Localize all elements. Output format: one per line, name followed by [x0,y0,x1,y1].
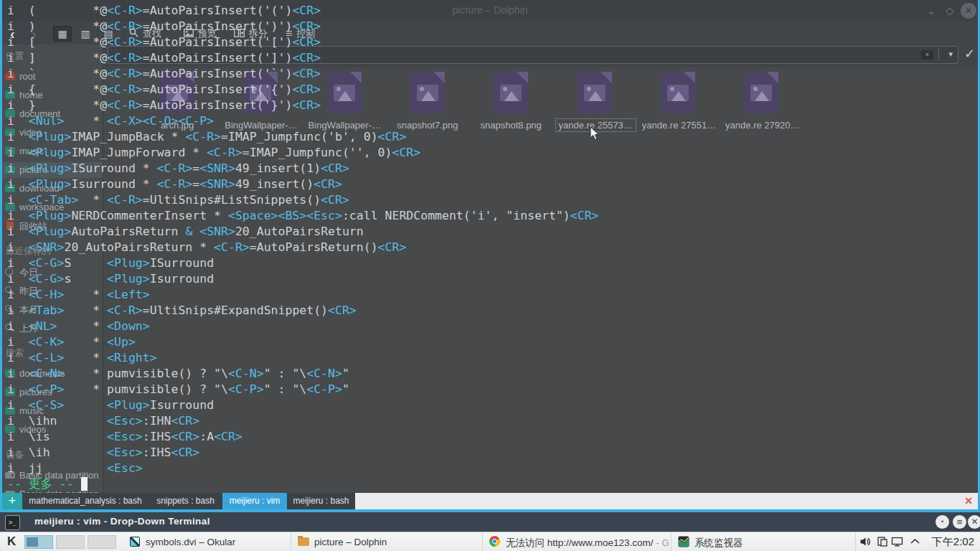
pager-window-thumb [27,537,38,547]
image-file-icon [744,72,778,113]
terminal-tab-4[interactable]: meijieru : bash [287,493,355,509]
terminal-line: i <C-H> * <Left> [7,287,599,303]
vim-map-listing: i ( *@<C-R>=AutoPairsInsert('(')<CR>i ) … [7,3,599,492]
pager-desktop-1[interactable] [24,535,53,549]
terminal-app-icon: >_ [5,515,20,530]
file-name: yande.re 27920… [722,118,803,132]
dolphin-maximize-icon[interactable]: ◇ [946,4,954,17]
terminal-tab-2[interactable]: snippets : bash [149,493,222,509]
pager-desktop-2[interactable] [56,535,85,549]
system-monitor-icon [678,536,689,547]
terminal-line: i <C-G>s <Plug>Isurround [7,271,599,287]
clipboard-icon[interactable] [877,536,888,550]
terminal-line: i <C-L> * <Right> [7,350,599,366]
terminal-line: i <Nul> * <C-X><C-O><C-P> [7,113,599,129]
terminal-line: i <Tab> * <C-R>=UltiSnips#ExpandSnippet(… [7,303,599,319]
location-accept-button[interactable]: ✓ [964,46,975,62]
terminal-line: i <Plug>Isurround * <C-R>=<SNR>49_insert… [7,176,599,192]
file-item[interactable]: yande.re 27920… [722,72,801,132]
terminal-line: i <C-S> <Plug>Isurround [7,397,599,413]
terminal-line: i <C-G>S <Plug>ISurround [7,255,599,271]
volume-icon[interactable] [859,536,871,550]
task-button-label: 系统监视器 [694,537,743,550]
task-button-label: symbols.dvi – Okular [146,537,235,547]
terminal-line: i \ihn <Esc>:IHN<CR> [7,413,599,429]
close-button[interactable]: ✕ [968,515,980,529]
mouse-cursor [590,126,600,143]
task-button-2[interactable]: picture – Dolphin [291,533,483,551]
terminal-line: i ) *@<C-R>=AutoPairsInsert(')')<CR> [7,19,599,34]
terminal-line: i ( *@<C-R>=AutoPairsInsert('(')<CR> [7,3,599,19]
terminal-line: i <C-N> * pumvisible() ? "\<C-N>" : "\<C… [7,366,599,382]
pager-desktop-3[interactable] [88,535,116,549]
terminal-tab-3[interactable]: meijieru : vim [222,493,287,509]
task-button-3[interactable]: 无法访问 http://www.moe123.com/ - G [482,533,672,551]
desktop: picture – Dolphin ⌄ ◇ ✕ ‹ › ▦ ▥ ▤ 查找 预览 … [0,0,980,551]
okular-icon [129,536,141,547]
dolphin-close-icon[interactable]: ✕ [961,3,976,19]
terminal-line: i <SNR>20_AutoPairsReturn * <C-R>=AutoPa… [7,240,599,255]
dolphin-minimize-icon[interactable]: ⌄ [927,4,936,17]
terminal-line: i jj <Esc> [7,461,599,476]
terminal-line: -- 更多 -- [7,476,599,492]
location-bar-divider [938,49,939,61]
menu-button[interactable]: ≡ [953,515,966,529]
terminal-cursor [81,477,88,491]
terminal-line: i <NL> * <Down> [7,319,599,334]
chrome-icon [489,536,501,547]
display-icon[interactable] [891,536,903,550]
task-button-label: 无法访问 http://www.moe123.com/ - G [506,537,669,550]
terminal-title: meijieru : vim - Drop-Down Terminal [34,516,210,527]
terminal-line: i { *@<C-R>=AutoPairsInsert('{')<CR> [7,82,599,98]
terminal-line: i <Plug>IMAP_JumpForward * <C-R>=IMAP_Ju… [7,145,599,161]
keep-open-button[interactable]: • [936,515,949,529]
terminal-line: i <Plug>ISurround * <C-R>=<SNR>49_insert… [7,161,599,176]
folder-icon [298,536,309,547]
terminal-tab-1[interactable]: mathematical_analysis : bash [22,493,149,509]
tabbar-empty-area [355,493,959,509]
file-item[interactable]: yande.re 27551… [639,72,717,132]
close-session-icon[interactable]: ✕ [959,493,978,509]
task-button-label: picture – Dolphin [314,537,387,547]
terminal-line: i } *@<C-R>=AutoPairsInsert('}')<CR> [7,98,599,113]
terminal-line: i \is <Esc>:IHS<CR>:A<CR> [7,429,599,445]
terminal-line: i <C-K> * <Up> [7,334,599,350]
terminal-line: i <C-Tab> * <C-R>=UltiSnips#ListSnippets… [7,192,599,208]
terminal-line: i ] *@<C-R>=AutoPairsInsert(']')<CR> [7,50,599,66]
terminal-titlebar: >_ meijieru : vim - Drop-Down Terminal •… [0,512,980,532]
chevron-down-icon[interactable]: ▾ [948,50,953,59]
task-button-label-suffix: - G [654,537,670,548]
app-launcher-button[interactable]: K [7,534,16,549]
file-name: yande.re 27551… [639,118,720,132]
terminal-line: i <Plug>IMAP_JumpBack * <C-R>=IMAP_Jumpf… [7,129,599,145]
terminal-tabbar: + mathematical_analysis : bashsnippets :… [2,493,978,509]
new-tab-button[interactable]: + [2,493,22,509]
taskbar: K symbols.dvi – Okularpicture – Dolphin无… [0,532,980,551]
terminal-line: i ` *@<C-R>=AutoPairsInsert('`')<CR> [7,66,599,82]
task-button-1[interactable]: symbols.dvi – Okular [122,533,291,551]
terminal-line: i \ih <Esc>:IHS<CR> [7,445,599,461]
clear-text-icon[interactable]: × [921,50,933,60]
terminal-line: i <Plug>AutoPairsReturn & <SNR>20_AutoPa… [7,224,599,240]
task-button-4[interactable]: 系统监视器 [671,533,856,551]
terminal-left-border [0,0,2,512]
image-file-icon [661,72,695,113]
terminal-line: i [ *@<C-R>=AutoPairsInsert('[')<CR> [7,34,599,50]
clock[interactable]: 下午2:02 [932,535,974,549]
terminal-line: i <C-P> * pumvisible() ? "\<C-P>" : "\<C… [7,382,599,397]
expand-tray-icon[interactable] [910,536,920,550]
terminal-line: i <Plug>NERDCommenterInsert * <Space><BS… [7,208,599,224]
